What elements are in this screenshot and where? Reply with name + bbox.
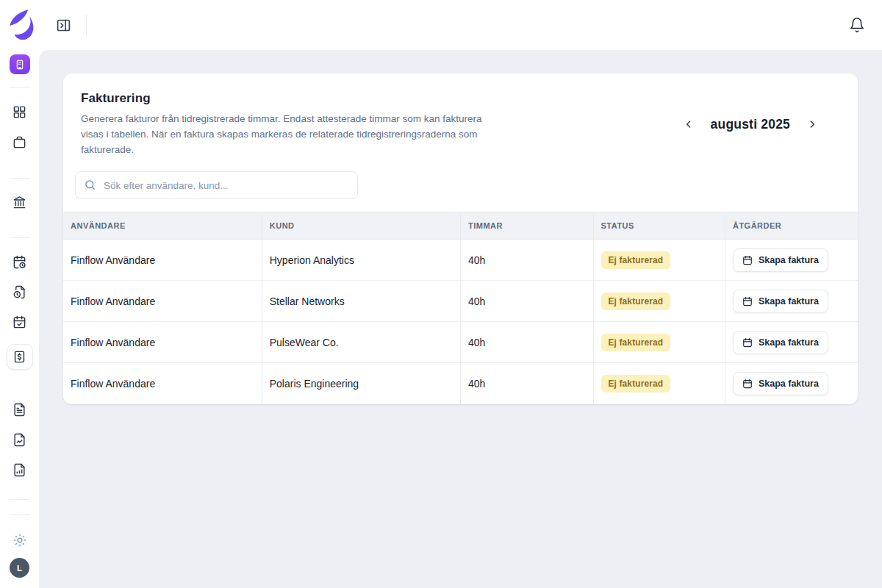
search-input[interactable] — [75, 171, 358, 199]
layout-grid-icon — [12, 105, 26, 119]
cell-hours: 40h — [461, 322, 594, 363]
cell-user: Finflow Användare — [63, 240, 262, 281]
cell-customer: Hyperion Analytics — [262, 240, 460, 281]
sidebar-item-dashboard[interactable] — [11, 104, 29, 121]
sidebar-divider — [10, 87, 30, 88]
billing-card: Fakturering Generera fakturor från tidre… — [63, 74, 858, 404]
status-badge: Ej fakturerad — [601, 375, 671, 392]
landmark-icon — [12, 196, 26, 209]
cell-hours: 40h — [461, 281, 594, 322]
panel-toggle-icon — [56, 18, 71, 33]
sidebar-item-reports[interactable] — [11, 431, 29, 448]
calendar-icon — [742, 296, 753, 306]
cell-actions: Skapa faktura — [725, 240, 858, 281]
theme-toggle-button[interactable] — [12, 533, 27, 548]
month-navigation: augusti 2025 — [680, 115, 821, 133]
cell-customer: Stellar Networks — [262, 281, 460, 322]
cell-status: Ej fakturerad — [593, 363, 725, 404]
sidebar-item-statistics[interactable] — [11, 462, 29, 478]
sun-icon — [12, 533, 27, 548]
table-row: Finflow Användare Polaris Engineering 40… — [63, 363, 858, 404]
finflow-flame-logo — [5, 9, 35, 40]
cell-user: Finflow Användare — [63, 322, 262, 363]
sidebar-item-attestation[interactable] — [11, 314, 29, 331]
status-badge: Ej fakturerad — [601, 251, 671, 269]
sidebar-item-documents[interactable] — [11, 401, 29, 418]
file-text-icon — [12, 403, 26, 417]
user-avatar[interactable]: L — [10, 558, 29, 578]
invoice-dollar-icon — [12, 350, 26, 364]
cell-actions: Skapa faktura — [725, 281, 858, 322]
table-row: Finflow Användare PulseWear Co. 40h Ej f… — [63, 322, 858, 363]
calendar-icon — [742, 337, 753, 348]
create-invoice-button[interactable]: Skapa faktura — [733, 372, 828, 395]
briefcase-icon — [12, 135, 26, 149]
search-container — [75, 171, 358, 199]
bell-icon — [849, 17, 865, 33]
sidebar-item-time-registration[interactable] — [11, 254, 29, 270]
cell-status: Ej fakturerad — [593, 240, 725, 281]
sidebar-divider — [10, 499, 30, 500]
next-month-button[interactable] — [803, 115, 821, 133]
sidebar-item-time-history[interactable] — [11, 284, 29, 301]
sidebar-item-bank[interactable] — [11, 194, 29, 211]
calendar-icon — [742, 255, 753, 265]
sidebar-divider — [10, 237, 30, 238]
column-header: Användare — [63, 212, 262, 240]
table-row: Finflow Användare Stellar Networks 40h E… — [63, 281, 858, 322]
column-header: Timmar — [461, 212, 594, 240]
workspace-button[interactable] — [10, 54, 30, 74]
table-header-row: AnvändareKundTimmarStatusÅtgärder — [63, 212, 858, 240]
create-invoice-button[interactable]: Skapa faktura — [733, 331, 828, 354]
cell-actions: Skapa faktura — [725, 322, 858, 363]
billing-card-header: Fakturering Generera fakturor från tidre… — [63, 74, 858, 157]
page-description: Generera fakturor från tidregistrerade t… — [81, 111, 489, 157]
chevron-left-icon — [683, 118, 695, 130]
sidebar: L — [0, 0, 39, 588]
file-clock-icon — [12, 285, 26, 299]
status-badge: Ej fakturerad — [601, 293, 671, 310]
calendar-icon — [742, 379, 753, 389]
previous-month-button[interactable] — [680, 115, 698, 133]
sidebar-toggle-button[interactable] — [56, 18, 71, 33]
notifications-button[interactable] — [849, 17, 865, 33]
calendar-check-icon — [12, 315, 26, 329]
table-row: Finflow Användare Hyperion Analytics 40h… — [63, 240, 858, 281]
cell-status: Ej fakturerad — [593, 322, 725, 363]
sidebar-divider — [10, 178, 30, 179]
main-content: Fakturering Generera fakturor från tidre… — [39, 50, 882, 588]
sidebar-item-projects[interactable] — [11, 134, 29, 151]
sidebar-item-invoicing[interactable] — [7, 344, 33, 370]
file-chart-column-icon — [12, 463, 26, 477]
column-header: Status — [593, 212, 725, 240]
cell-user: Finflow Användare — [63, 281, 262, 322]
create-invoice-button[interactable]: Skapa faktura — [733, 290, 828, 313]
page-title: Fakturering — [81, 91, 489, 106]
file-chart-line-icon — [12, 433, 26, 447]
cell-status: Ej fakturerad — [593, 281, 725, 322]
calendar-clock-icon — [12, 255, 26, 269]
cell-user: Finflow Användare — [63, 363, 262, 404]
column-header: Åtgärder — [725, 212, 858, 240]
cell-hours: 40h — [461, 363, 594, 404]
column-header: Kund — [262, 212, 460, 240]
sidebar-bottom-group: L — [10, 492, 30, 578]
cell-hours: 40h — [461, 240, 594, 281]
cell-customer: PulseWear Co. — [262, 322, 460, 363]
cell-customer: Polaris Engineering — [262, 363, 460, 404]
sidebar-divider — [10, 514, 30, 515]
cell-actions: Skapa faktura — [725, 363, 858, 404]
avatar-initial: L — [17, 564, 22, 573]
chevron-right-icon — [806, 118, 818, 130]
billing-table: AnvändareKundTimmarStatusÅtgärder Finflo… — [63, 212, 858, 404]
topbar-divider — [86, 15, 87, 35]
building-icon — [14, 59, 26, 71]
topbar — [39, 0, 882, 50]
create-invoice-button[interactable]: Skapa faktura — [733, 248, 828, 272]
month-label: augusti 2025 — [711, 117, 790, 132]
status-badge: Ej fakturerad — [601, 334, 671, 351]
